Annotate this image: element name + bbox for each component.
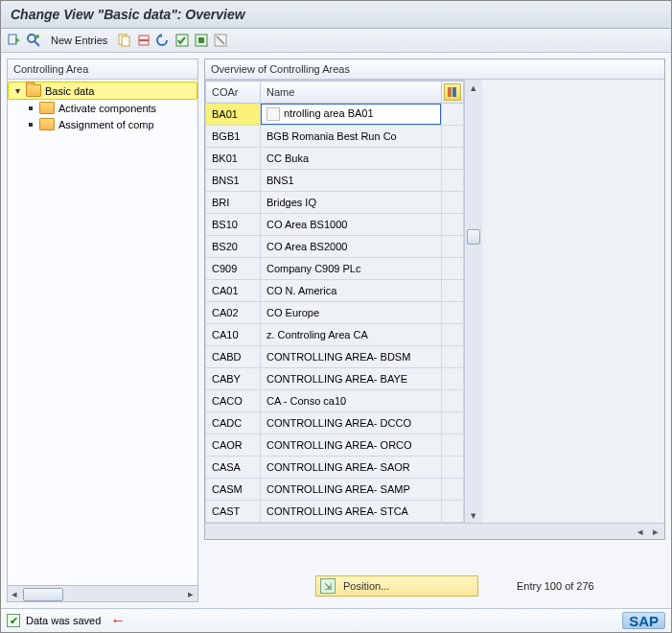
cell-name[interactable]: z. Controling Area CA <box>261 324 442 346</box>
scroll-down-icon[interactable]: ▾ <box>466 507 481 523</box>
scrollbar-track[interactable] <box>465 95 482 507</box>
table-row[interactable]: CACOCA - Conso ca10 <box>206 390 464 412</box>
undo-icon[interactable] <box>155 33 171 48</box>
cell-name[interactable]: BGB Romania Best Run Co <box>261 126 442 148</box>
cell-name[interactable]: Bridges IQ <box>261 192 442 214</box>
cell-coar[interactable]: CADC <box>206 412 261 434</box>
tree-node-basic-data[interactable]: ▾ Basic data <box>8 82 197 100</box>
table-row[interactable]: BK01CC Buka <box>206 148 464 170</box>
cell-name[interactable]: CONTROLLING AREA- BAYE <box>261 368 442 390</box>
table-header: COAr Name <box>206 82 464 104</box>
cell-coar[interactable]: CACO <box>206 390 261 412</box>
scroll-left-icon[interactable]: ◂ <box>634 525 647 538</box>
scroll-right-icon[interactable]: ▸ <box>649 525 662 538</box>
scrollbar-thumb[interactable] <box>23 588 63 601</box>
value-help-icon[interactable] <box>266 107 280 121</box>
cell-coar[interactable]: BA01 <box>206 104 261 126</box>
cell-coar[interactable]: BK01 <box>206 148 261 170</box>
table-row[interactable]: BGB1BGB Romania Best Run Co <box>206 126 464 148</box>
cell-coar[interactable]: BRI <box>206 192 261 214</box>
cell-coar[interactable]: CABD <box>206 346 261 368</box>
table-row[interactable]: BRIBridges IQ <box>206 192 464 214</box>
tree-node-assignment-of-company[interactable]: Assignment of comp <box>8 116 197 132</box>
cell-name[interactable]: CO Europe <box>261 302 442 324</box>
cell-name-text: CONTROLLING AREA- SAMP <box>266 483 410 495</box>
cell-name-text: CO N. America <box>266 285 336 296</box>
cell-coar[interactable]: C909 <box>206 258 261 280</box>
cell-name[interactable]: CONTROLLING AREA- BDSM <box>261 346 442 368</box>
cell-coar[interactable]: CABY <box>206 368 261 390</box>
cell-name[interactable]: CONTROLLING AREA- SAOR <box>261 457 442 479</box>
cell-coar[interactable]: CA10 <box>206 324 261 346</box>
table-row[interactable]: CA01CO N. America <box>206 280 464 302</box>
cell-coar[interactable]: CA01 <box>206 280 261 302</box>
select-all-icon[interactable] <box>174 33 190 48</box>
cell-name-text: Company C909 PLc <box>266 263 360 274</box>
scroll-left-icon[interactable]: ◂ <box>8 587 21 600</box>
scroll-up-icon[interactable]: ▴ <box>466 80 481 95</box>
table-row[interactable]: CADCCONTROLLING AREA- DCCO <box>206 412 464 434</box>
svg-line-2 <box>35 41 39 46</box>
cell-name-text: z. Controling Area CA <box>266 329 368 340</box>
collapse-icon[interactable]: ▾ <box>12 86 22 96</box>
table-horizontal-scrollbar[interactable]: ◂ ▸ <box>205 523 664 539</box>
tree-node-activate-components[interactable]: Activate components <box>8 100 197 116</box>
cell-name[interactable]: BNS1 <box>261 170 442 192</box>
cell-name[interactable]: CONTROLLING AREA- STCA <box>261 501 442 523</box>
cell-spacer <box>442 104 464 126</box>
table-row[interactable]: CA02CO Europe <box>206 302 464 324</box>
new-entries-button[interactable]: New Entries <box>49 35 109 46</box>
cell-name[interactable]: CO Area BS1000 <box>261 214 442 236</box>
configure-columns-button[interactable] <box>442 82 464 104</box>
cell-name[interactable]: Company C909 PLc <box>261 258 442 280</box>
tree-node-label: Basic data <box>45 85 94 97</box>
cell-coar[interactable]: CAOR <box>206 434 261 457</box>
column-coar[interactable]: COAr <box>206 82 261 104</box>
tree-header: Controlling Area <box>8 59 197 80</box>
cell-coar[interactable]: CASA <box>206 457 261 479</box>
table-row[interactable]: CAORCONTROLLING AREA- ORCO <box>206 434 464 457</box>
table-row[interactable]: CABDCONTROLLING AREA- BDSM <box>206 346 464 368</box>
table-row[interactable]: BS20CO Area BS2000 <box>206 236 464 258</box>
table-row[interactable]: CASACONTROLLING AREA- SAOR <box>206 457 464 479</box>
cell-coar[interactable]: CAST <box>206 501 261 523</box>
deselect-all-icon[interactable] <box>213 33 228 48</box>
copy-icon[interactable] <box>117 33 132 48</box>
cell-coar[interactable]: BS10 <box>206 214 261 236</box>
select-block-icon[interactable] <box>194 33 209 48</box>
table-row[interactable]: C909Company C909 PLc <box>206 258 464 280</box>
controlling-areas-table: COAr Name BA01ntrolling area BA01 <box>205 80 464 523</box>
table-row[interactable]: CABYCONTROLLING AREA- BAYE <box>206 368 464 390</box>
cell-coar[interactable]: BS20 <box>206 236 261 258</box>
delete-icon[interactable] <box>136 33 151 48</box>
table-row[interactable]: CASMCONTROLLING AREA- SAMP <box>206 479 464 501</box>
cell-name[interactable]: CA - Conso ca10 <box>261 390 442 412</box>
table-row[interactable]: BA01ntrolling area BA01 <box>206 104 464 126</box>
cell-coar[interactable]: BGB1 <box>206 126 261 148</box>
cell-name[interactable]: CONTROLLING AREA- SAMP <box>261 479 442 501</box>
find-icon[interactable] <box>26 33 41 48</box>
cell-name[interactable]: CO N. America <box>261 280 442 302</box>
table-row[interactable]: BNS1BNS1 <box>206 170 464 192</box>
column-name[interactable]: Name <box>261 82 442 104</box>
cell-coar[interactable]: CASM <box>206 479 261 501</box>
table-row[interactable]: BS10CO Area BS1000 <box>206 214 464 236</box>
svg-rect-10 <box>198 37 204 43</box>
cell-name[interactable]: CONTROLLING AREA- ORCO <box>261 434 442 457</box>
table-row[interactable]: CA10z. Controling Area CA <box>206 324 464 346</box>
tree-horizontal-scrollbar[interactable]: ◂ ▸ <box>7 586 198 602</box>
cell-spacer <box>442 390 464 412</box>
other-view-icon[interactable] <box>7 33 22 48</box>
scroll-right-icon[interactable]: ▸ <box>184 587 197 600</box>
cell-name[interactable]: CC Buka <box>261 148 442 170</box>
table-vertical-scrollbar[interactable]: ▴ ▾ <box>464 80 482 523</box>
cell-coar[interactable]: CA02 <box>206 302 261 324</box>
table-row[interactable]: CASTCONTROLLING AREA- STCA <box>206 501 464 523</box>
scrollbar-thumb[interactable] <box>467 229 480 245</box>
cell-name[interactable]: CO Area BS2000 <box>261 236 442 258</box>
cell-name[interactable]: CONTROLLING AREA- DCCO <box>261 412 442 434</box>
position-button[interactable]: ⇲ Position... <box>315 575 478 597</box>
bullet-icon <box>29 123 33 127</box>
cell-name[interactable]: ntrolling area BA01 <box>261 104 442 126</box>
cell-coar[interactable]: BNS1 <box>206 170 261 192</box>
